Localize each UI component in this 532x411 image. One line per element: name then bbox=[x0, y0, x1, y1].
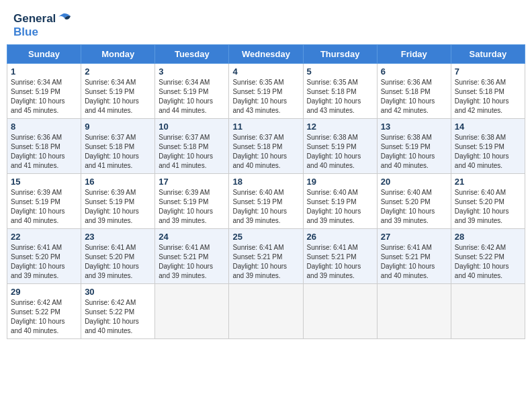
calendar-cell: 5Sunrise: 6:35 AMSunset: 5:18 PMDaylight… bbox=[303, 64, 377, 119]
day-info: Sunrise: 6:41 AMSunset: 5:20 PMDaylight:… bbox=[85, 243, 151, 281]
header-saturday: Saturday bbox=[451, 45, 525, 64]
calendar-week-2: 8Sunrise: 6:36 AMSunset: 5:18 PMDaylight… bbox=[7, 119, 525, 174]
day-number: 28 bbox=[455, 232, 521, 242]
day-info: Sunrise: 6:36 AMSunset: 5:18 PMDaylight:… bbox=[455, 78, 521, 116]
day-info: Sunrise: 6:40 AMSunset: 5:20 PMDaylight:… bbox=[455, 188, 521, 226]
day-info: Sunrise: 6:37 AMSunset: 5:18 PMDaylight:… bbox=[159, 133, 225, 171]
header-thursday: Thursday bbox=[303, 45, 377, 64]
calendar-week-4: 22Sunrise: 6:41 AMSunset: 5:20 PMDayligh… bbox=[7, 229, 525, 284]
day-number: 12 bbox=[307, 122, 373, 132]
day-number: 9 bbox=[85, 122, 151, 132]
calendar-week-5: 29Sunrise: 6:42 AMSunset: 5:22 PMDayligh… bbox=[7, 284, 525, 339]
day-info: Sunrise: 6:39 AMSunset: 5:19 PMDaylight:… bbox=[11, 188, 77, 226]
day-number: 25 bbox=[232, 232, 299, 242]
calendar-cell: 11Sunrise: 6:37 AMSunset: 5:18 PMDayligh… bbox=[229, 119, 303, 174]
day-info: Sunrise: 6:42 AMSunset: 5:22 PMDaylight:… bbox=[11, 298, 77, 336]
calendar-cell bbox=[451, 284, 525, 339]
calendar-cell: 2Sunrise: 6:34 AMSunset: 5:19 PMDaylight… bbox=[81, 64, 155, 119]
day-number: 26 bbox=[307, 232, 373, 242]
calendar-header: SundayMondayTuesdayWednesdayThursdayFrid… bbox=[7, 45, 525, 64]
day-info: Sunrise: 6:40 AMSunset: 5:20 PMDaylight:… bbox=[381, 188, 447, 226]
calendar-cell: 1Sunrise: 6:34 AMSunset: 5:19 PMDaylight… bbox=[7, 64, 81, 119]
day-info: Sunrise: 6:38 AMSunset: 5:19 PMDaylight:… bbox=[307, 133, 373, 171]
day-info: Sunrise: 6:41 AMSunset: 5:21 PMDaylight:… bbox=[159, 243, 225, 281]
day-number: 22 bbox=[11, 232, 77, 242]
calendar-cell bbox=[229, 284, 303, 339]
calendar-cell: 30Sunrise: 6:42 AMSunset: 5:22 PMDayligh… bbox=[81, 284, 155, 339]
logo-bird-icon bbox=[57, 13, 72, 25]
day-number: 27 bbox=[381, 232, 447, 242]
day-number: 17 bbox=[159, 177, 225, 187]
day-info: Sunrise: 6:40 AMSunset: 5:19 PMDaylight:… bbox=[232, 188, 299, 226]
day-info: Sunrise: 6:38 AMSunset: 5:19 PMDaylight:… bbox=[455, 133, 521, 171]
calendar-cell: 24Sunrise: 6:41 AMSunset: 5:21 PMDayligh… bbox=[155, 229, 229, 284]
calendar-cell: 26Sunrise: 6:41 AMSunset: 5:21 PMDayligh… bbox=[303, 229, 377, 284]
calendar-cell bbox=[377, 284, 451, 339]
day-number: 2 bbox=[85, 66, 151, 77]
day-info: Sunrise: 6:41 AMSunset: 5:21 PMDaylight:… bbox=[307, 243, 373, 281]
day-info: Sunrise: 6:39 AMSunset: 5:19 PMDaylight:… bbox=[85, 188, 151, 226]
calendar-cell: 3Sunrise: 6:34 AMSunset: 5:19 PMDaylight… bbox=[155, 64, 229, 119]
calendar-body: 1Sunrise: 6:34 AMSunset: 5:19 PMDaylight… bbox=[7, 64, 525, 339]
day-info: Sunrise: 6:36 AMSunset: 5:18 PMDaylight:… bbox=[11, 133, 77, 171]
header-friday: Friday bbox=[377, 45, 451, 64]
day-info: Sunrise: 6:40 AMSunset: 5:19 PMDaylight:… bbox=[307, 188, 373, 226]
calendar-cell: 20Sunrise: 6:40 AMSunset: 5:20 PMDayligh… bbox=[377, 174, 451, 229]
calendar-cell: 14Sunrise: 6:38 AMSunset: 5:19 PMDayligh… bbox=[451, 119, 525, 174]
day-info: Sunrise: 6:38 AMSunset: 5:19 PMDaylight:… bbox=[381, 133, 447, 171]
day-number: 5 bbox=[307, 66, 373, 77]
calendar-cell: 9Sunrise: 6:37 AMSunset: 5:18 PMDaylight… bbox=[81, 119, 155, 174]
header-sunday: Sunday bbox=[7, 45, 81, 64]
calendar-cell: 17Sunrise: 6:39 AMSunset: 5:19 PMDayligh… bbox=[155, 174, 229, 229]
calendar-cell: 28Sunrise: 6:42 AMSunset: 5:22 PMDayligh… bbox=[451, 229, 525, 284]
day-number: 29 bbox=[11, 287, 77, 297]
day-number: 13 bbox=[381, 122, 447, 132]
day-number: 23 bbox=[85, 232, 151, 242]
day-number: 15 bbox=[11, 177, 77, 187]
day-number: 30 bbox=[85, 287, 151, 297]
day-info: Sunrise: 6:36 AMSunset: 5:18 PMDaylight:… bbox=[381, 78, 447, 116]
calendar-cell: 18Sunrise: 6:40 AMSunset: 5:19 PMDayligh… bbox=[229, 174, 303, 229]
day-info: Sunrise: 6:39 AMSunset: 5:19 PMDaylight:… bbox=[159, 188, 225, 226]
calendar-cell: 19Sunrise: 6:40 AMSunset: 5:19 PMDayligh… bbox=[303, 174, 377, 229]
calendar-cell: 16Sunrise: 6:39 AMSunset: 5:19 PMDayligh… bbox=[81, 174, 155, 229]
calendar-cell: 6Sunrise: 6:36 AMSunset: 5:18 PMDaylight… bbox=[377, 64, 451, 119]
day-number: 10 bbox=[159, 122, 225, 132]
calendar-cell: 21Sunrise: 6:40 AMSunset: 5:20 PMDayligh… bbox=[451, 174, 525, 229]
header-wednesday: Wednesday bbox=[229, 45, 303, 64]
calendar-week-3: 15Sunrise: 6:39 AMSunset: 5:19 PMDayligh… bbox=[7, 174, 525, 229]
day-number: 11 bbox=[232, 122, 299, 132]
day-number: 14 bbox=[455, 122, 521, 132]
day-number: 16 bbox=[85, 177, 151, 187]
day-number: 6 bbox=[381, 66, 447, 77]
calendar-cell bbox=[303, 284, 377, 339]
day-info: Sunrise: 6:41 AMSunset: 5:21 PMDaylight:… bbox=[232, 243, 299, 281]
calendar-table: SundayMondayTuesdayWednesdayThursdayFrid… bbox=[7, 44, 525, 339]
day-info: Sunrise: 6:42 AMSunset: 5:22 PMDaylight:… bbox=[455, 243, 521, 281]
calendar-cell bbox=[155, 284, 229, 339]
day-info: Sunrise: 6:35 AMSunset: 5:19 PMDaylight:… bbox=[232, 78, 299, 116]
day-info: Sunrise: 6:35 AMSunset: 5:18 PMDaylight:… bbox=[307, 78, 373, 116]
calendar-week-1: 1Sunrise: 6:34 AMSunset: 5:19 PMDaylight… bbox=[7, 64, 525, 119]
calendar-cell: 23Sunrise: 6:41 AMSunset: 5:20 PMDayligh… bbox=[81, 229, 155, 284]
header-tuesday: Tuesday bbox=[155, 45, 229, 64]
calendar-cell: 22Sunrise: 6:41 AMSunset: 5:20 PMDayligh… bbox=[7, 229, 81, 284]
day-number: 3 bbox=[159, 66, 225, 77]
logo: General Blue bbox=[13, 12, 72, 39]
day-number: 20 bbox=[381, 177, 447, 187]
header-row: SundayMondayTuesdayWednesdayThursdayFrid… bbox=[7, 45, 525, 64]
day-number: 19 bbox=[307, 177, 373, 187]
calendar-cell: 12Sunrise: 6:38 AMSunset: 5:19 PMDayligh… bbox=[303, 119, 377, 174]
calendar-cell: 27Sunrise: 6:41 AMSunset: 5:21 PMDayligh… bbox=[377, 229, 451, 284]
calendar-cell: 29Sunrise: 6:42 AMSunset: 5:22 PMDayligh… bbox=[7, 284, 81, 339]
logo-blue: Blue bbox=[13, 26, 38, 38]
day-number: 18 bbox=[232, 177, 299, 187]
calendar-cell: 15Sunrise: 6:39 AMSunset: 5:19 PMDayligh… bbox=[7, 174, 81, 229]
day-info: Sunrise: 6:42 AMSunset: 5:22 PMDaylight:… bbox=[85, 298, 151, 336]
day-number: 8 bbox=[11, 122, 77, 132]
calendar-cell: 25Sunrise: 6:41 AMSunset: 5:21 PMDayligh… bbox=[229, 229, 303, 284]
day-info: Sunrise: 6:34 AMSunset: 5:19 PMDaylight:… bbox=[11, 78, 77, 116]
calendar-cell: 13Sunrise: 6:38 AMSunset: 5:19 PMDayligh… bbox=[377, 119, 451, 174]
page-header: General Blue bbox=[7, 7, 525, 42]
calendar-cell: 7Sunrise: 6:36 AMSunset: 5:18 PMDaylight… bbox=[451, 64, 525, 119]
